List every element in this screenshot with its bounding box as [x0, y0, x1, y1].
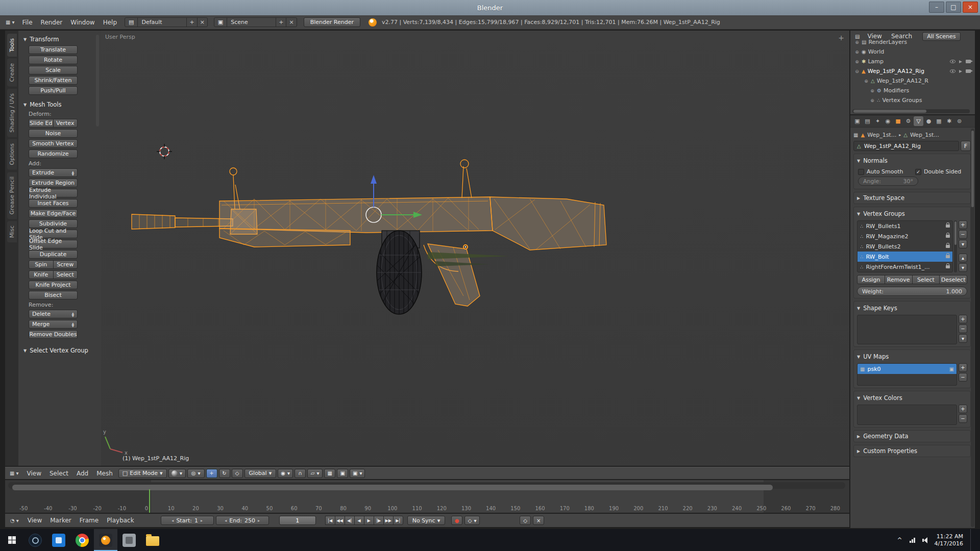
- sync-dropdown[interactable]: No Sync ▾: [407, 516, 446, 525]
- keying-set-dropdown[interactable]: ◇ ▾: [464, 516, 480, 525]
- vertex-group-row[interactable]: ∴ RightForeArmTwist1_...: [857, 262, 952, 272]
- list-scrollbar[interactable]: [954, 220, 957, 272]
- expand-icon[interactable]: ⊕: [870, 98, 875, 103]
- deselect-button[interactable]: Deselect: [939, 275, 967, 284]
- stepper-left-icon[interactable]: ◂: [172, 518, 174, 523]
- tool-button[interactable]: Knife Project: [29, 281, 78, 289]
- frame-end-field[interactable]: ◂ End: 250 ▸: [216, 516, 269, 525]
- shape-keys-panel-header[interactable]: ▼ Shape Keys: [857, 304, 967, 313]
- select-vertex-group-panel-header[interactable]: ▼ Select Vertex Group: [23, 346, 101, 355]
- properties-tab[interactable]: ●: [924, 116, 934, 126]
- minimize-button[interactable]: –: [929, 2, 944, 13]
- expand-icon[interactable]: ⊕: [854, 40, 860, 45]
- vertex-slide-button[interactable]: Vertex: [53, 119, 78, 128]
- properties-tab[interactable]: ▤: [863, 116, 872, 126]
- renderability-icon[interactable]: [966, 60, 971, 63]
- proportional-edit-dropdown[interactable]: ◉ ▾: [278, 469, 293, 478]
- frame-start-field[interactable]: ◂ Start: 1 ▸: [161, 516, 214, 525]
- outliner-row[interactable]: ⊕ ⚙ Modifiers: [850, 86, 975, 95]
- select-button[interactable]: Select: [912, 275, 940, 284]
- outliner-row[interactable]: ⊕ ∴ Vertex Groups: [850, 95, 975, 105]
- add-vertex-group-button[interactable]: +: [959, 220, 967, 229]
- menu-item[interactable]: Help: [99, 19, 121, 26]
- vertex-group-row[interactable]: ∴ RW_Bolt: [857, 252, 952, 262]
- tool-button[interactable]: Extrude Region: [29, 179, 78, 187]
- snap-toggle-button[interactable]: ∩: [295, 469, 306, 478]
- menu-item[interactable]: Marker: [46, 517, 75, 524]
- tool-button[interactable]: Randomize: [29, 149, 78, 158]
- timeline-region[interactable]: -50-40-30-20-100102030405060708090100110…: [5, 480, 849, 513]
- tool-button[interactable]: Push/Pull: [29, 86, 78, 95]
- timeline-scrollbar[interactable]: [8, 482, 845, 489]
- transport-button[interactable]: ▶▶: [383, 516, 394, 525]
- scene-value[interactable]: Scene: [227, 18, 276, 27]
- start-button[interactable]: [0, 529, 23, 551]
- expand-icon[interactable]: ⊖: [854, 69, 860, 74]
- vertex-groups-panel-header[interactable]: ▼ Vertex Groups: [857, 209, 967, 218]
- expand-icon[interactable]: ⊕: [854, 59, 860, 64]
- vertex-group-row[interactable]: ∴ RW_Bullets1: [857, 221, 952, 231]
- taskbar-app-blue[interactable]: [47, 529, 70, 551]
- expand-icon[interactable]: ⊕: [864, 79, 869, 84]
- close-button[interactable]: ×: [963, 2, 978, 13]
- menu-item[interactable]: Add: [72, 470, 92, 477]
- mode-dropdown[interactable]: □ Edit Mode ▾: [118, 469, 167, 478]
- tool-button[interactable]: Translate: [29, 45, 78, 54]
- transport-button[interactable]: ◀: [354, 516, 364, 525]
- properties-scrollbar-thumb[interactable]: [971, 131, 974, 207]
- geometry-data-panel-header[interactable]: ▶ Geometry Data: [857, 432, 967, 441]
- weight-slider[interactable]: Weight: 1.000: [857, 287, 967, 296]
- delete-dropdown[interactable]: Delete ▲▼: [29, 310, 78, 318]
- current-frame-field[interactable]: 1: [279, 516, 316, 525]
- expand-icon[interactable]: ⊕: [870, 88, 875, 93]
- region-split-plus-icon[interactable]: +: [838, 34, 844, 42]
- stepper-right-icon[interactable]: ▸: [201, 518, 203, 523]
- outliner-row[interactable]: ⊕ △ Wep_1stP_AA12_R: [850, 76, 975, 86]
- properties-tab[interactable]: ▽: [914, 116, 923, 126]
- menu-item[interactable]: Select: [45, 470, 72, 477]
- editor-type-button[interactable]: ▦ ▾: [3, 17, 17, 27]
- move-group-down-button[interactable]: ▾: [959, 263, 967, 272]
- tool-button[interactable]: Loop Cut and Slide: [29, 230, 78, 238]
- tab-options[interactable]: Options: [7, 139, 17, 169]
- menu-item[interactable]: Window: [66, 19, 99, 26]
- render-engine-dropdown[interactable]: Blender Render: [304, 17, 360, 27]
- visibility-eye-icon[interactable]: [950, 69, 955, 73]
- screw-button[interactable]: Screw: [53, 260, 78, 269]
- auto-keyframe-button[interactable]: ●: [451, 516, 462, 525]
- uv-map-row[interactable]: ▦ psk0 ▣: [857, 364, 957, 374]
- lock-icon[interactable]: [946, 245, 950, 248]
- delete-layout-button[interactable]: ×: [197, 18, 207, 27]
- remove-uv-map-button[interactable]: −: [959, 373, 967, 382]
- auto-smooth-angle-slider[interactable]: Angle: 30°: [858, 177, 918, 186]
- remove-shape-key-button[interactable]: −: [959, 324, 967, 333]
- custom-properties-panel-header[interactable]: ▶ Custom Properties: [857, 446, 967, 456]
- selectability-icon[interactable]: [959, 70, 962, 73]
- viewport-shading-dropdown[interactable]: ▾: [168, 469, 186, 478]
- properties-tab[interactable]: ◉: [883, 116, 893, 126]
- insert-keyframe-button[interactable]: ◇: [520, 516, 531, 525]
- mesh-tools-panel-header[interactable]: ▼ Mesh Tools: [23, 100, 101, 109]
- vertex-group-row[interactable]: ∴ RW_Magazine2: [857, 231, 952, 241]
- properties-tab[interactable]: ▦: [934, 116, 944, 126]
- opengl-render-button[interactable]: ▣: [337, 469, 348, 478]
- vertex-group-specials-button[interactable]: ▾: [959, 240, 967, 248]
- manipulator-rotate-button[interactable]: ↻: [219, 469, 230, 478]
- normals-panel-header[interactable]: ▼ Normals: [857, 156, 967, 165]
- transport-button[interactable]: ▶: [364, 516, 374, 525]
- delete-keyframe-button[interactable]: ×: [533, 516, 544, 525]
- speaker-icon[interactable]: [922, 537, 927, 543]
- stepper-right-icon[interactable]: ▸: [258, 518, 260, 523]
- taskbar-app-blender[interactable]: [94, 529, 117, 551]
- remove-vertex-color-button[interactable]: −: [959, 414, 967, 423]
- tool-button[interactable]: Subdivide: [29, 219, 78, 228]
- slide-edge-button[interactable]: Slide Ed: [29, 119, 54, 128]
- extrude-dropdown[interactable]: Extrude ▲▼: [29, 168, 78, 177]
- scene-selector[interactable]: ▣ Scene + ×: [214, 17, 297, 27]
- lock-icon[interactable]: [946, 235, 950, 238]
- merge-dropdown[interactable]: Merge ▲▼: [29, 320, 78, 329]
- timeline-scrollbar-thumb[interactable]: [12, 485, 773, 490]
- taskbar-app-gray[interactable]: [117, 529, 141, 551]
- manipulator-translate-button[interactable]: +: [206, 469, 217, 478]
- properties-tab[interactable]: ✱: [944, 116, 954, 126]
